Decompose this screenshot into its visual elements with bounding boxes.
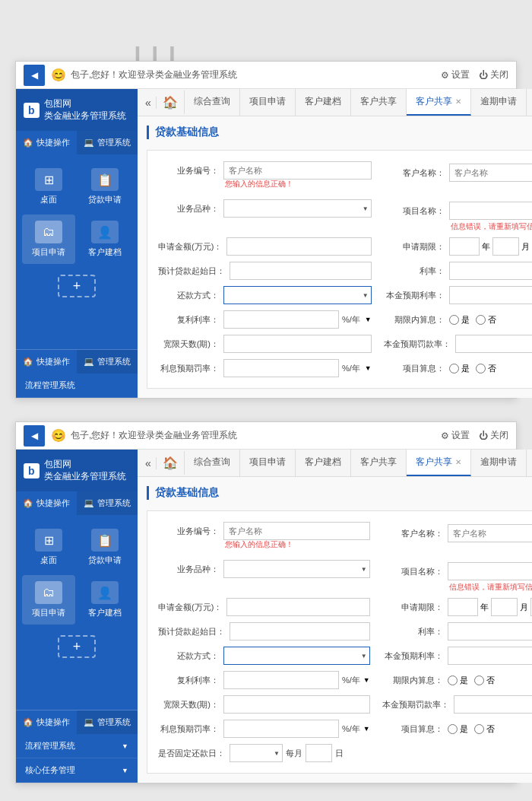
s2-fixed-date-select[interactable] (230, 744, 283, 762)
mgmt-bottom-tab[interactable]: 💻 管理系统 (77, 350, 138, 373)
s2-nav-home-button[interactable]: 🏠 (157, 451, 185, 475)
s2-process-mgmt-item[interactable]: 流程管理系统 ▼ (16, 734, 138, 758)
s2-compound-rate-input[interactable] (223, 671, 339, 689)
s2-quick-ops-tab[interactable]: 🏠 快捷操作 (16, 491, 77, 515)
interest-penalty-input[interactable] (223, 359, 339, 377)
period-internal-no[interactable]: 否 (476, 314, 496, 326)
s2-collapse-button[interactable]: ◀ (24, 425, 45, 447)
s2-project-name-select[interactable] (448, 562, 532, 580)
s2-grace-days-input[interactable] (223, 695, 370, 714)
period-yes-radio[interactable] (449, 315, 459, 325)
tab-customer-share[interactable]: 客户共享 (351, 89, 407, 116)
service-type-select[interactable] (223, 199, 372, 218)
period-no-label: 否 (488, 314, 496, 326)
mgmt-system-tab[interactable]: 💻 管理系统 (77, 131, 138, 154)
period-year-input[interactable] (449, 237, 480, 256)
s2-period-yes[interactable]: 是 (448, 675, 468, 686)
close-button[interactable]: ⏻ 关闭 (479, 68, 508, 81)
project-no-radio[interactable] (476, 364, 486, 373)
s2-interest-penalty-input[interactable] (223, 720, 339, 738)
s2-period-year-input[interactable] (448, 598, 478, 616)
s2-close-button[interactable]: ⏻ 关闭 (479, 429, 508, 442)
s2-sidebar-item-customer[interactable]: 👤 客户建档 (78, 575, 131, 625)
compound-rate-dropdown-icon[interactable]: ▼ (365, 316, 372, 323)
sidebar-item-desktop[interactable]: ⊞ 桌面 (22, 162, 75, 211)
s2-project-yes-radio[interactable] (448, 724, 458, 734)
s2-project-no[interactable]: 否 (474, 723, 495, 735)
s2-project-yes[interactable]: 是 (448, 723, 468, 735)
project-name-select[interactable] (449, 202, 532, 220)
project-calc-no[interactable]: 否 (476, 363, 496, 374)
s2-apply-amount-input[interactable] (226, 598, 369, 616)
s2-day-number-input[interactable] (306, 744, 332, 762)
nav-home-button[interactable]: 🏠 (157, 91, 185, 114)
s2-repay-select[interactable] (223, 647, 370, 665)
tab-overdue[interactable]: 逾期申请 (471, 89, 527, 116)
apply-amount-input[interactable] (226, 237, 371, 256)
repay-method-select[interactable] (223, 286, 372, 304)
s2-principal-penalty-select[interactable] (454, 695, 532, 714)
s2-principal-rate-input[interactable] (448, 647, 532, 665)
s2-tab-close-icon[interactable]: ✕ (455, 458, 461, 466)
s2-pre-start-date-input[interactable] (230, 622, 370, 640)
quick-ops-bottom-tab[interactable]: 🏠 快捷操作 (16, 350, 77, 373)
rate-input[interactable] (449, 262, 532, 280)
grace-days-input[interactable] (223, 335, 372, 353)
tab-project-app[interactable]: 项目申请 (240, 89, 296, 116)
collapse-button[interactable]: ◀ (24, 65, 45, 86)
customer-name-input[interactable] (449, 164, 532, 182)
s2-customer-name-input[interactable] (448, 524, 532, 542)
s2-service-no-input[interactable] (223, 522, 370, 540)
quick-ops-tab[interactable]: 🏠 快捷操作 (16, 131, 77, 154)
s2-interest-dropdown-icon[interactable]: ▼ (363, 725, 370, 733)
s2-service-type-select[interactable] (223, 560, 370, 578)
interest-dropdown-icon[interactable]: ▼ (365, 364, 372, 372)
s2-project-no-radio[interactable] (474, 724, 484, 734)
s2-period-yes-radio[interactable] (448, 675, 458, 685)
sidebar-item-loan-app[interactable]: 📋 贷款申请 (78, 162, 131, 211)
period-no-radio[interactable] (476, 315, 486, 325)
desktop-icon: ⊞ (35, 168, 62, 191)
principal-penalty-select[interactable] (455, 335, 532, 353)
s2-sidebar-item-desktop[interactable]: ⊞ 桌面 (22, 523, 75, 572)
s2-core-task-item[interactable]: 核心任务管理 ▼ (16, 758, 138, 783)
nav-toggle-button[interactable]: « (141, 97, 157, 109)
settings-button[interactable]: ⚙ 设置 (441, 68, 470, 81)
tab-customer-share-active[interactable]: 客户共享 ✕ (407, 89, 471, 116)
sidebar-item-process-mgmt[interactable]: 流程管理系统 (16, 373, 138, 398)
sidebar-item-project[interactable]: 🗂 项目申请 (22, 215, 75, 264)
s2-sidebar-item-loan[interactable]: 📋 贷款申请 (78, 523, 131, 572)
s2-period-no[interactable]: 否 (474, 675, 495, 686)
s2-tab-overdue[interactable]: 逾期申请 (471, 450, 527, 476)
pre-start-date-input[interactable] (230, 262, 372, 280)
add-shortcut-button[interactable]: + (58, 275, 96, 297)
period-month-input[interactable] (492, 237, 519, 256)
tab-close-icon[interactable]: ✕ (455, 97, 461, 106)
s2-tab-customer-file[interactable]: 客户建档 (296, 450, 351, 476)
s2-period-no-radio[interactable] (474, 675, 484, 685)
s2-tab-general-query[interactable]: 综合查询 (185, 450, 240, 476)
s2-add-shortcut-button[interactable]: + (58, 635, 96, 658)
s2-settings-button[interactable]: ⚙ 设置 (441, 429, 470, 442)
s2-mgmt-bottom-tab[interactable]: 💻 管理系统 (77, 710, 138, 734)
s2-tab-customer-share[interactable]: 客户共享 (351, 450, 407, 476)
s2-tab-customer-share-active[interactable]: 客户共享 ✕ (407, 450, 471, 476)
compound-rate-input[interactable] (223, 310, 339, 329)
project-calc-yes[interactable]: 是 (449, 363, 470, 374)
period-internal-yes[interactable]: 是 (449, 314, 470, 326)
s2-sidebar-item-project[interactable]: 🗂 项目申请 (22, 575, 75, 625)
s2-compound-dropdown-icon[interactable]: ▼ (363, 676, 370, 684)
tab-general-query[interactable]: 综合查询 (185, 89, 240, 116)
service-no-input[interactable] (223, 161, 372, 180)
principal-rate-input[interactable] (449, 286, 532, 304)
interest-penalty-label: 利息预期罚率： (158, 363, 219, 374)
s2-mgmt-system-tab[interactable]: 💻 管理系统 (77, 491, 138, 515)
s2-tab-project-app[interactable]: 项目申请 (240, 450, 296, 476)
tab-customer-file[interactable]: 客户建档 (296, 89, 351, 116)
s2-quick-bottom-tab[interactable]: 🏠 快捷操作 (16, 710, 77, 734)
s2-rate-input[interactable] (448, 622, 532, 640)
s2-period-month-input[interactable] (491, 598, 518, 616)
project-yes-radio[interactable] (449, 364, 459, 373)
s2-nav-toggle-button[interactable]: « (141, 457, 157, 469)
sidebar-item-customer[interactable]: 👤 客户建档 (78, 215, 131, 264)
